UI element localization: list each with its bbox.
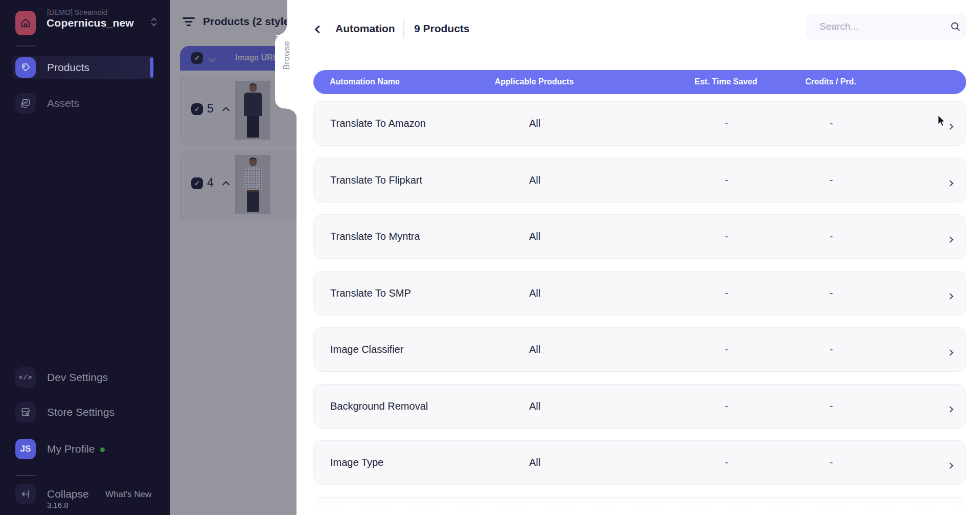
applicable-products-cell: All: [484, 400, 586, 412]
collapse-icon: [15, 484, 36, 504]
workspace-switcher-icon[interactable]: [150, 16, 157, 28]
workspace-logo[interactable]: [15, 11, 36, 35]
browse-tab[interactable]: Browse: [275, 34, 299, 108]
sidebar-item-label: Assets: [47, 97, 79, 109]
applicable-products-cell: All: [484, 344, 586, 355]
sidebar-divider: [15, 46, 36, 47]
credits-cell: -: [780, 287, 882, 299]
time-saved-cell: -: [675, 231, 778, 242]
automation-row[interactable]: Translate To SMP All - -: [313, 271, 966, 316]
assets-icon: [15, 93, 36, 114]
applicable-products-cell: All: [484, 118, 586, 129]
browse-tab-label: Browse: [282, 41, 291, 70]
applicable-products-cell: All: [484, 287, 586, 299]
list-bottom-fade: [297, 492, 980, 515]
time-saved-cell: -: [675, 287, 778, 299]
time-saved-cell: -: [675, 174, 778, 186]
workspace-demo-label: [DEMO] Streamoid: [47, 8, 107, 16]
time-saved-cell: -: [675, 400, 778, 412]
sidebar-divider: [15, 475, 36, 476]
time-saved-cell: -: [675, 118, 778, 129]
sidebar: [DEMO] Streamoid Copernicus_new Products…: [0, 0, 170, 515]
home-icon: [20, 17, 31, 29]
sidebar-item-products[interactable]: Products: [0, 57, 170, 82]
credits-cell: -: [780, 457, 882, 468]
automation-row[interactable]: Image Classifier All - -: [313, 327, 966, 372]
sidebar-item-label: Products: [47, 61, 89, 74]
tag-icon: [15, 57, 36, 78]
automation-name-cell: Image Classifier: [330, 344, 403, 355]
store-icon: [15, 402, 36, 422]
chevron-right-icon[interactable]: [948, 235, 952, 244]
automation-name-cell: Translate To Amazon: [330, 118, 426, 129]
automation-row[interactable]: Background Removal All - -: [313, 384, 966, 429]
version-label: 3.16.8: [47, 501, 69, 509]
avatar: JS: [15, 439, 36, 459]
sidebar-item-label: My Profile: [47, 443, 95, 455]
automation-name-cell: Background Removal: [330, 400, 428, 412]
credits-cell: -: [780, 231, 882, 242]
chevron-right-icon[interactable]: [948, 348, 952, 357]
automation-row[interactable]: Image Type All - -: [313, 440, 966, 485]
automation-rows: Translate To Amazon All - - Translate To…: [313, 0, 966, 515]
sidebar-item-assets[interactable]: Assets: [0, 93, 170, 118]
chevron-right-icon[interactable]: [948, 405, 952, 414]
automation-name-cell: Translate To Myntra: [330, 231, 420, 242]
chevron-right-icon[interactable]: [948, 292, 952, 301]
applicable-products-cell: All: [484, 174, 586, 186]
whats-new-link[interactable]: What's New: [105, 489, 151, 500]
automation-name-cell: Image Type: [330, 457, 383, 468]
chevron-right-icon[interactable]: [948, 461, 952, 470]
code-icon: </>: [15, 367, 36, 388]
credits-cell: -: [780, 400, 882, 412]
sidebar-item-label: Store Settings: [47, 406, 115, 418]
sidebar-item-dev-settings[interactable]: </> Dev Settings: [0, 367, 170, 392]
automation-name-cell: Translate To Flipkart: [330, 174, 422, 186]
automation-row[interactable]: Translate To Amazon All - -: [313, 101, 966, 146]
automation-name-cell: Translate To SMP: [330, 287, 411, 299]
app-screen: [DEMO] Streamoid Copernicus_new Products…: [0, 0, 980, 515]
time-saved-cell: -: [675, 344, 778, 355]
automation-row[interactable]: Translate To Flipkart All - -: [313, 158, 966, 203]
credits-cell: -: [780, 174, 882, 186]
chevron-right-icon[interactable]: [948, 122, 952, 131]
credits-cell: -: [780, 344, 882, 355]
drawer-edge: [287, 0, 298, 36]
workspace-name: Copernicus_new: [47, 17, 134, 29]
sidebar-item-label: Dev Settings: [47, 371, 108, 384]
automation-row[interactable]: Translate To Myntra All - -: [313, 214, 966, 259]
mouse-cursor: [937, 115, 946, 128]
drawer-tab-curve-bottom: [286, 108, 298, 120]
sidebar-item-store-settings[interactable]: Store Settings: [0, 402, 170, 427]
collapse-label: Collapse: [47, 488, 89, 500]
applicable-products-cell: All: [484, 231, 586, 242]
time-saved-cell: -: [675, 457, 778, 468]
online-status-dot: [100, 447, 105, 452]
credits-cell: -: [780, 118, 882, 129]
chevron-right-icon[interactable]: [948, 178, 952, 188]
sidebar-item-my-profile[interactable]: JS My Profile: [0, 439, 170, 463]
applicable-products-cell: All: [484, 457, 586, 468]
